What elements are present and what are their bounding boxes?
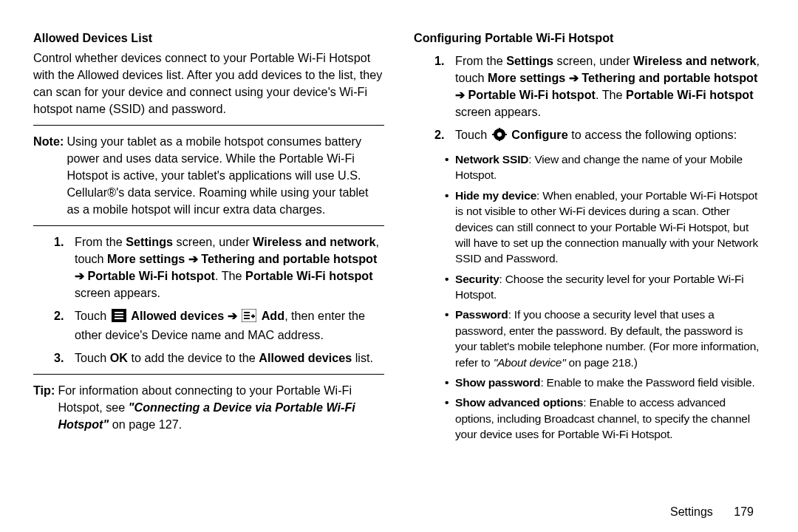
svg-rect-15 bbox=[505, 134, 507, 135]
step-text: Touch Configure to access the following … bbox=[455, 128, 737, 141]
footer-page-number: 179 bbox=[734, 505, 754, 518]
svg-rect-13 bbox=[499, 139, 500, 141]
svg-rect-7 bbox=[244, 318, 250, 319]
step-text: From the Settings screen, under Wireless… bbox=[75, 235, 379, 299]
page-footer: Settings 179 bbox=[670, 505, 754, 519]
bullet-password: Password: If you choose a security level… bbox=[414, 307, 765, 370]
steps-list: 1. From the Settings screen, under Wirel… bbox=[33, 233, 384, 366]
options-bullets: Network SSID: View and change the name o… bbox=[414, 151, 765, 442]
svg-rect-12 bbox=[499, 128, 500, 130]
footer-section: Settings bbox=[670, 505, 713, 518]
step-text: Touch Allowed devices ➔ Add, then enter … bbox=[75, 309, 365, 341]
tip-label: Tip: bbox=[33, 382, 55, 433]
step-2: 2. Touch Allowed devices ➔ Add, then ent… bbox=[33, 307, 384, 344]
step-2: 2. Touch Configure to access the followi… bbox=[414, 126, 765, 146]
step-text: From the Settings screen, under Wireless… bbox=[455, 54, 760, 118]
svg-rect-14 bbox=[492, 134, 494, 135]
divider-rule bbox=[33, 225, 384, 226]
tip-body: For information about connecting to your… bbox=[58, 382, 384, 433]
right-column: Configuring Portable Wi-Fi Hotspot 1. Fr… bbox=[414, 30, 765, 517]
step-number: 3. bbox=[54, 349, 64, 366]
bullet-network-ssid: Network SSID: View and change the name o… bbox=[414, 151, 765, 183]
divider-rule bbox=[33, 374, 384, 375]
step-number: 2. bbox=[54, 307, 64, 324]
steps-list: 1. From the Settings screen, under Wirel… bbox=[414, 52, 765, 146]
add-list-icon bbox=[242, 309, 256, 327]
step-text: Touch OK to add the device to the Allowe… bbox=[75, 351, 373, 364]
gear-icon bbox=[492, 128, 507, 146]
heading-configuring: Configuring Portable Wi-Fi Hotspot bbox=[414, 30, 765, 47]
divider-rule bbox=[33, 125, 384, 126]
svg-rect-6 bbox=[244, 315, 250, 316]
svg-rect-5 bbox=[244, 312, 250, 313]
step-3: 3. Touch OK to add the device to the All… bbox=[33, 349, 384, 366]
step-number: 2. bbox=[434, 126, 445, 143]
bullet-hide-my-device: Hide my device: When enabled, your Porta… bbox=[414, 188, 765, 267]
manual-page: Allowed Devices List Control whether dev… bbox=[0, 0, 798, 532]
svg-point-11 bbox=[497, 132, 502, 137]
svg-rect-1 bbox=[115, 312, 123, 313]
step-1: 1. From the Settings screen, under Wirel… bbox=[33, 233, 384, 301]
tip-block: Tip: For information about connecting to… bbox=[33, 382, 384, 433]
note-body: Using your tablet as a mobile hotspot co… bbox=[66, 133, 384, 218]
step-number: 1. bbox=[54, 233, 64, 250]
bullet-security: Security: Choose the security level for … bbox=[414, 271, 765, 303]
left-column: Allowed Devices List Control whether dev… bbox=[33, 30, 384, 517]
svg-rect-3 bbox=[115, 318, 123, 319]
menu-icon bbox=[112, 309, 126, 327]
intro-paragraph: Control whether devices connect to your … bbox=[33, 50, 384, 117]
bullet-show-password: Show password: Enable to make the Passwo… bbox=[414, 375, 765, 390]
note-block: Note: Using your tablet as a mobile hots… bbox=[33, 133, 384, 218]
svg-rect-2 bbox=[115, 315, 123, 316]
svg-rect-9 bbox=[253, 315, 254, 318]
step-1: 1. From the Settings screen, under Wirel… bbox=[414, 52, 765, 120]
heading-allowed-devices: Allowed Devices List bbox=[33, 30, 384, 47]
note-label: Note: bbox=[33, 133, 64, 218]
step-number: 1. bbox=[434, 52, 445, 69]
bullet-show-advanced: Show advanced options: Enable to access … bbox=[414, 395, 765, 442]
